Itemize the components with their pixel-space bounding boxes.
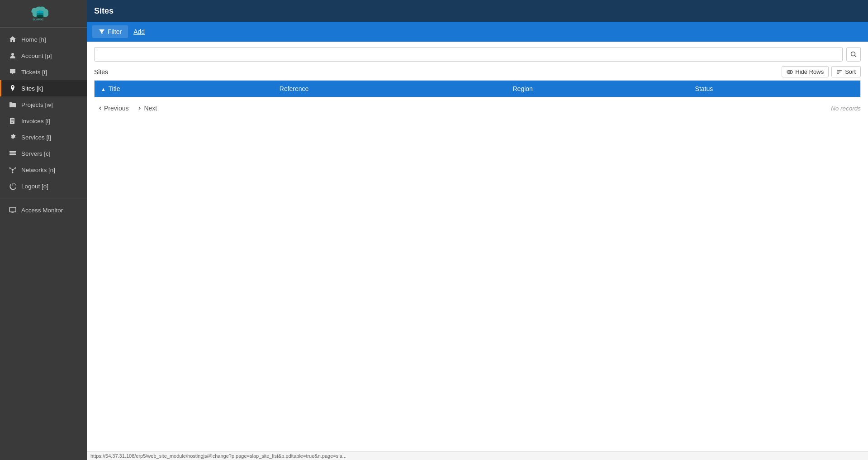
chevron-right-icon (138, 106, 142, 110)
sidebar-item-sites-label: Sites [k] (21, 85, 43, 92)
invoice-icon (9, 117, 17, 125)
table-section-title: Sites (94, 68, 108, 76)
sidebar-item-tickets-label: Tickets [t] (21, 69, 47, 76)
sort-button[interactable]: Sort (831, 66, 861, 77)
svg-line-16 (10, 168, 12, 169)
col-status-label: Status (695, 85, 713, 92)
chat-icon (9, 68, 17, 76)
sidebar-item-home[interactable]: Home [h] (0, 31, 87, 48)
col-status: Status (689, 81, 861, 97)
col-region-label: Region (512, 85, 532, 92)
sidebar-item-servers[interactable]: Servers [c] (0, 145, 87, 162)
col-title-link[interactable]: ▲ Title (101, 85, 120, 92)
sidebar-item-home-label: Home [h] (21, 36, 46, 43)
sidebar-item-account-label: Account [p] (21, 53, 52, 59)
sites-table: ▲ Title Reference Region (94, 80, 861, 97)
table-section-header: Sites Hide Rows Sort (94, 66, 861, 77)
svg-point-11 (14, 154, 15, 155)
nav-items: Home [h] Account [p] Tickets [t] Sites [… (0, 28, 87, 460)
table-actions: Hide Rows Sort (782, 66, 861, 77)
next-button[interactable]: Next (134, 103, 161, 114)
next-label: Next (144, 105, 157, 112)
status-url: https://54.37.31.108/erp5/web_site_modul… (90, 453, 346, 459)
sidebar-item-logout-label: Logout [o] (21, 183, 48, 190)
sidebar-item-invoices-label: Invoices [i] (21, 118, 50, 125)
add-label: Add (133, 28, 145, 35)
filter-icon (99, 29, 105, 35)
svg-rect-19 (9, 207, 16, 212)
logo-area: SLAPDC (0, 0, 87, 28)
chevron-left-icon (98, 106, 102, 110)
sidebar-item-servers-label: Servers [c] (21, 150, 51, 157)
svg-point-15 (12, 172, 14, 173)
sidebar-item-account[interactable]: Account [p] (0, 48, 87, 64)
page-header: Sites (87, 0, 868, 22)
pagination-buttons: Previous Next (94, 103, 161, 114)
hide-rows-button[interactable]: Hide Rows (782, 66, 829, 77)
logo-icon: SLAPDC (30, 5, 57, 22)
svg-point-22 (787, 70, 792, 74)
home-icon (9, 35, 17, 43)
previous-label: Previous (104, 105, 128, 112)
svg-point-23 (789, 71, 791, 73)
sort-up-icon: ▲ (101, 86, 106, 92)
svg-point-12 (12, 169, 14, 171)
location-icon (9, 84, 17, 92)
col-reference-label: Reference (280, 85, 309, 92)
col-title: ▲ Title (95, 81, 273, 97)
pagination-row: Previous Next No records (94, 99, 861, 117)
sidebar-item-invoices[interactable]: Invoices [i] (0, 113, 87, 129)
sidebar-item-sites[interactable]: Sites [k] (0, 80, 87, 96)
svg-line-21 (855, 56, 857, 58)
search-bar-row (94, 47, 861, 62)
search-icon (850, 51, 857, 58)
server-icon (9, 149, 17, 158)
sidebar-item-projects-label: Projects [w] (21, 101, 53, 108)
svg-point-6 (11, 53, 14, 56)
network-icon (9, 166, 17, 174)
previous-button[interactable]: Previous (94, 103, 132, 114)
col-title-label: Title (109, 85, 120, 92)
filter-label: Filter (108, 28, 122, 35)
sidebar-item-access-monitor-label: Access Monitor (21, 207, 63, 214)
col-reference: Reference (273, 81, 507, 97)
col-region: Region (506, 81, 688, 97)
eye-icon (787, 69, 793, 75)
sort-icon (836, 69, 843, 75)
col-region-link[interactable]: Region (512, 85, 532, 92)
no-records-text: No records (831, 105, 861, 112)
sidebar-item-networks[interactable]: Networks [n] (0, 162, 87, 178)
sidebar-divider (0, 198, 87, 198)
table-header: ▲ Title Reference Region (95, 81, 861, 97)
svg-point-20 (851, 52, 855, 56)
main-content: Sites Filter Add Sites (87, 0, 868, 460)
sidebar-item-logout[interactable]: Logout [o] (0, 178, 87, 194)
svg-line-17 (14, 168, 15, 169)
sidebar-item-tickets[interactable]: Tickets [t] (0, 64, 87, 80)
sidebar-item-projects[interactable]: Projects [w] (0, 96, 87, 113)
sidebar-item-access-monitor[interactable]: Access Monitor (0, 202, 87, 218)
sort-label: Sort (845, 68, 856, 75)
col-reference-link[interactable]: Reference (280, 85, 309, 92)
svg-point-10 (14, 151, 15, 152)
hide-rows-label: Hide Rows (795, 68, 824, 75)
toolbar: Filter Add (87, 22, 868, 42)
sidebar-item-networks-label: Networks [n] (21, 167, 55, 173)
sidebar-item-services[interactable]: Services [l] (0, 129, 87, 145)
table-header-row: ▲ Title Reference Region (95, 81, 861, 97)
folder-icon (9, 101, 17, 109)
gear-icon (9, 133, 17, 141)
sidebar-item-services-label: Services [l] (21, 134, 51, 141)
monitor-icon (9, 206, 17, 214)
power-icon (9, 182, 17, 190)
user-icon (9, 52, 17, 60)
col-status-link[interactable]: Status (695, 85, 713, 92)
svg-point-4 (37, 15, 43, 18)
content-area: Sites Hide Rows Sort (87, 42, 868, 451)
filter-button[interactable]: Filter (92, 25, 128, 38)
search-input[interactable] (94, 47, 843, 62)
page-title: Sites (94, 6, 114, 16)
status-bar: https://54.37.31.108/erp5/web_site_modul… (87, 451, 868, 460)
add-button[interactable]: Add (130, 25, 148, 38)
search-button[interactable] (846, 47, 861, 62)
